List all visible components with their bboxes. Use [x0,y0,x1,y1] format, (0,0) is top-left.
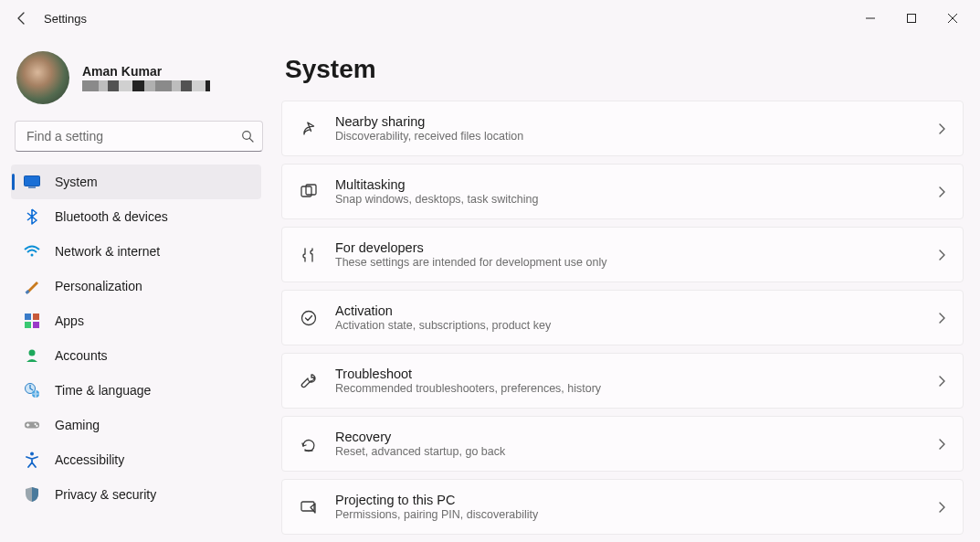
chevron-right-icon [937,186,946,198]
bluetooth-icon [24,208,40,225]
card-multitask[interactable]: Multitasking Snap windows, desktops, tas… [281,164,964,219]
card-projecting[interactable]: Projecting to this PC Permissions, pairi… [281,479,964,535]
card-activation[interactable]: Activation Activation state, subscriptio… [281,290,964,345]
shield-icon [24,486,40,503]
sidebar-item-label: Bluetooth & devices [55,209,168,224]
card-title: Multitasking [335,177,921,192]
sidebar-item-label: Gaming [55,418,100,432]
close-button[interactable] [932,4,973,33]
share-icon [299,119,319,139]
minimize-icon [866,14,875,23]
card-subtitle: Reset, advanced startup, go back [335,445,921,458]
chevron-right-icon [937,122,946,135]
svg-rect-6 [25,314,31,320]
card-developers[interactable]: For developers These settings are intend… [281,227,964,282]
card-title: For developers [335,240,921,255]
card-subtitle: Snap windows, desktops, task switching [335,193,921,206]
svg-point-4 [31,254,34,257]
sidebar-item-apps[interactable]: Apps [11,303,261,338]
sidebar-item-accessibility[interactable]: Accessibility [11,442,261,477]
sidebar-item-time[interactable]: Time & language [11,373,261,408]
sidebar-item-label: Accessibility [55,452,124,467]
card-subtitle: Permissions, pairing PIN, discoverabilit… [335,508,921,521]
system-icon [24,174,40,190]
sidebar: Aman Kumar SystemBluetooth & devicesNetw… [0,37,274,542]
wifi-icon [24,243,40,260]
card-title: Nearby sharing [335,114,921,129]
card-title: Troubleshoot [335,367,921,381]
sidebar-item-label: Accounts [55,348,108,363]
settings-card-list: Nearby sharing Discoverability, received… [281,101,964,535]
profile-block[interactable]: Aman Kumar [11,46,267,117]
svg-rect-9 [33,322,39,328]
tools-icon [299,245,319,265]
nav-list: SystemBluetooth & devicesNetwork & inter… [11,165,267,512]
profile-name: Aman Kumar [82,64,210,79]
accessibility-icon [24,452,40,468]
sidebar-item-label: Privacy & security [55,487,156,502]
chevron-right-icon [937,312,946,324]
search-input[interactable] [15,121,263,152]
person-icon [24,347,40,364]
window-title: Settings [44,12,87,26]
wrench-icon [299,371,319,391]
card-subtitle: Recommended troubleshooters, preferences… [335,382,921,395]
check-circle-icon [299,308,319,328]
recovery-icon [299,434,319,454]
sidebar-item-accounts[interactable]: Accounts [11,338,261,373]
avatar [16,51,69,104]
sidebar-item-personalization[interactable]: Personalization [11,269,261,303]
card-subtitle: These settings are intended for developm… [335,256,921,269]
windows-icon [299,182,319,202]
card-title: Activation [335,303,921,318]
chevron-right-icon [937,438,946,451]
sidebar-item-label: Network & internet [55,244,160,259]
svg-point-16 [30,452,34,456]
minimize-button[interactable] [849,4,890,33]
maximize-icon [907,14,916,23]
back-button[interactable] [7,4,37,33]
sidebar-item-bluetooth[interactable]: Bluetooth & devices [11,199,261,234]
svg-point-14 [35,423,37,425]
sidebar-item-label: Apps [55,314,84,328]
gamepad-icon [24,417,40,433]
card-subtitle: Discoverability, received files location [335,130,921,143]
sidebar-item-label: Personalization [55,279,142,293]
sidebar-item-system[interactable]: System [11,165,261,199]
chevron-right-icon [937,501,946,514]
svg-rect-7 [33,314,39,320]
project-icon [299,497,319,517]
main-content: System Nearby sharing Discoverability, r… [274,37,980,542]
card-subtitle: Activation state, subscriptions, product… [335,319,921,332]
page-title: System [285,55,964,84]
chevron-right-icon [937,249,946,261]
card-recovery[interactable]: Recovery Reset, advanced startup, go bac… [281,416,964,472]
sidebar-item-label: System [55,175,98,189]
maximize-button[interactable] [890,4,932,33]
sidebar-item-privacy[interactable]: Privacy & security [11,477,261,512]
arrow-left-icon [15,11,29,26]
close-icon [948,14,957,23]
svg-rect-2 [25,176,40,186]
card-troubleshoot[interactable]: Troubleshoot Recommended troubleshooters… [281,353,964,409]
titlebar: Settings [0,0,980,37]
svg-point-19 [302,311,316,324]
sidebar-item-network[interactable]: Network & internet [11,234,261,269]
sidebar-item-gaming[interactable]: Gaming [11,408,261,442]
profile-email-redacted [82,80,210,91]
card-nearby[interactable]: Nearby sharing Discoverability, received… [281,101,964,156]
chevron-right-icon [937,375,946,388]
svg-point-15 [36,425,37,427]
sidebar-item-label: Time & language [55,383,151,398]
card-title: Recovery [335,430,921,444]
svg-rect-0 [907,15,915,23]
search-icon [241,130,254,143]
clock-globe-icon [24,382,40,399]
search-wrap [15,121,263,152]
brush-icon [24,278,40,294]
card-title: Projecting to this PC [335,493,921,507]
svg-rect-8 [25,322,31,328]
svg-point-10 [29,350,36,356]
svg-rect-3 [28,187,36,188]
apps-icon [24,313,40,329]
